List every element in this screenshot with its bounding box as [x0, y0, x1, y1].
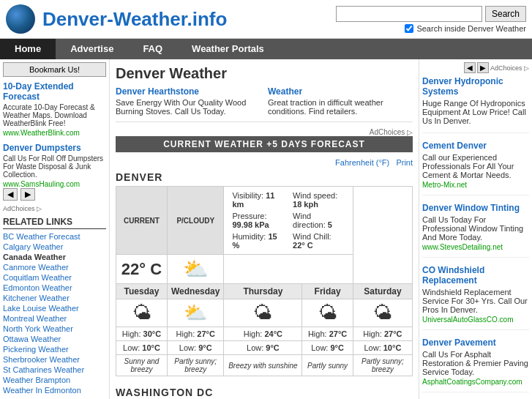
page-title: Denver Weather — [116, 65, 413, 82]
search-area: Search Search inside Denver Weather — [336, 6, 526, 33]
city-name-washington-dc: WASHINGTON DC — [116, 387, 413, 398]
day-header-friday: Friday — [302, 284, 353, 299]
weather-table-denver: CURRENT P/CLOUDY Visibility: 11 km Wind … — [116, 186, 413, 376]
visibility-label: Visibility: 11 km — [229, 190, 288, 209]
search-inside-row: Search inside Denver Weather — [405, 24, 526, 33]
next-ad-button[interactable]: ▶ — [20, 188, 35, 201]
ad-choices-right: ◀ ▶ AdChoices ▷ — [422, 62, 529, 73]
forecast-icon-wednesday: ⛅ — [168, 299, 224, 327]
site-title[interactable]: Denver-Weather.info — [42, 8, 227, 31]
right-ad-2: Denver Window Tinting Call Us Today For … — [422, 203, 529, 258]
nav-home[interactable]: Home — [0, 39, 56, 59]
fahrenheit-link[interactable]: Fahrenheit (°F) — [335, 158, 389, 167]
wind-speed-label: Wind speed: 18 kph — [290, 190, 348, 209]
related-link-4[interactable]: Coquitlam Weather — [3, 273, 106, 282]
right-ad-title-4[interactable]: Denver Pavement — [422, 338, 529, 348]
related-links-section: RELATED LINKS BC Weather ForecastCalgary… — [3, 217, 106, 395]
nav-advertise[interactable]: Advertise — [56, 39, 128, 59]
right-ad-1: Cement Denver Call our Experienced Profe… — [422, 141, 529, 195]
bookmark-button[interactable]: Bookmark Us! — [3, 62, 106, 77]
ad-choices-left-label: AdChoices ▷ — [3, 205, 106, 212]
top-ad-1-title[interactable]: Denver Hearthstone — [116, 86, 261, 97]
related-link-1[interactable]: Calgary Weather — [3, 242, 106, 251]
nav-weather-portals[interactable]: Weather Portals — [177, 39, 279, 59]
related-link-7[interactable]: Lake Louise Weather — [3, 304, 106, 313]
forecast-high-saturday: High: 27°C — [363, 329, 402, 338]
cities-container: DENVER CURRENT P/CLOUDY Visibility: 11 k… — [116, 171, 413, 399]
weather-section-washington-dc: WASHINGTON DC CURRENT M/CLEAR Visibility… — [116, 387, 413, 399]
search-button[interactable]: Search — [485, 6, 526, 22]
left-sidebar: Bookmark Us! 10-Day Extended Forecast Ac… — [0, 59, 110, 399]
right-ad-title-0[interactable]: Denver Hydroponic Systems — [422, 76, 529, 97]
search-inside-label: Search inside Denver Weather — [416, 24, 526, 33]
day-header-saturday: Saturday — [353, 284, 412, 299]
related-link-12[interactable]: Sherbrooker Weather — [3, 355, 106, 364]
top-ad-2: Weather Great traction in difficult weat… — [268, 86, 413, 116]
related-link-10[interactable]: Ottawa Weather — [3, 335, 106, 343]
related-link-15[interactable]: Weather In Edmonton — [3, 386, 106, 395]
related-link-9[interactable]: North York Weather — [3, 324, 106, 333]
globe-icon — [6, 4, 35, 34]
related-link-11[interactable]: Pickering Weather — [3, 345, 106, 354]
related-links-list: BC Weather ForecastCalgary WeatherCanada… — [3, 232, 106, 395]
forecast-low-wednesday: Low: 9°C — [179, 343, 212, 352]
nav-faq[interactable]: FAQ — [128, 39, 177, 59]
related-link-5[interactable]: Edmonton Weather — [3, 283, 106, 292]
top-ad-1: Denver Hearthstone Save Energy With Our … — [116, 86, 261, 116]
right-adchoices-label: AdChoices ▷ — [490, 64, 529, 72]
right-ad-0: Denver Hydroponic Systems Huge Range Of … — [422, 76, 529, 133]
top-ads: Denver Hearthstone Save Energy With Our … — [116, 86, 413, 122]
current-details-spacer — [224, 255, 353, 284]
right-ad-title-2[interactable]: Denver Window Tinting — [422, 203, 529, 213]
day-header-thursday: Thursday — [224, 284, 302, 299]
forecast-high-tuesday: High: 30°C — [122, 329, 161, 338]
related-link-8[interactable]: Montreal Weather — [3, 314, 106, 323]
right-ad-4: Denver Pavement Call Us For Asphalt Rest… — [422, 338, 529, 392]
right-ad-prev[interactable]: ◀ — [464, 62, 476, 73]
main-layout: Bookmark Us! 10-Day Extended Forecast Ac… — [0, 59, 532, 399]
right-ad-text-0: Huge Range Of Hydroponics Equipment At L… — [422, 99, 529, 125]
related-link-3[interactable]: Canmore Weather — [3, 263, 106, 272]
sidebar-ad-1-title: 10-Day Extended Forecast — [3, 81, 106, 102]
related-link-14[interactable]: Weather Brampton — [3, 376, 106, 384]
current-details: Visibility: 11 km Wind speed: 18 kph Pre… — [224, 187, 353, 255]
unit-switcher: Fahrenheit (°F) Print — [116, 158, 413, 167]
right-ad-text-1: Call our Experienced Professionals For A… — [422, 153, 529, 179]
day-header-wednesday: Wednesday — [168, 284, 224, 299]
search-inside-checkbox[interactable] — [405, 24, 413, 33]
forecast-condition-saturday: Partly sunny; breezy — [353, 355, 412, 376]
prev-ad-button[interactable]: ◀ — [3, 188, 18, 201]
condition-header: P/CLOUDY — [168, 187, 224, 255]
right-ad-url-3: UniversalAutoGlassCO.com — [422, 316, 529, 324]
search-input[interactable] — [336, 6, 482, 22]
sidebar-ad-2-url[interactable]: www.SamsHauling.com — [3, 180, 106, 188]
forecast-low-saturday: Low: 10°C — [364, 343, 401, 352]
wind-dir-label: Wind direction: 5 — [290, 211, 348, 230]
forecast-condition-tuesday: Sunny and breezy — [116, 355, 168, 376]
current-label: CURRENT — [116, 187, 168, 255]
right-ad-url-4: AsphaltCoatingsCompany.com — [422, 378, 529, 386]
related-link-13[interactable]: St Catharines Weather — [3, 365, 106, 374]
sidebar-ad-2: Denver Dumpsters Call Us For Roll Off Du… — [3, 143, 106, 188]
right-sidebar: ◀ ▶ AdChoices ▷ Denver Hydroponic System… — [419, 59, 532, 399]
humidity-label: Humidity: 15 % — [229, 231, 288, 250]
right-ad-next[interactable]: ▶ — [477, 62, 489, 73]
forecast-high-friday: High: 27°C — [308, 329, 347, 338]
sidebar-ad-1-url[interactable]: www.WeatherBlink.com — [3, 129, 106, 137]
day-header-tuesday: Tuesday — [116, 284, 168, 299]
right-ad-title-3[interactable]: CO Windshield Replacement — [422, 265, 529, 286]
forecast-condition-thursday: Breezy with sunshine — [224, 355, 302, 376]
forecast-icon-thursday: 🌤 — [224, 299, 302, 327]
related-link-2[interactable]: Canada Weather — [3, 253, 106, 261]
forecast-high-wednesday: High: 27°C — [176, 329, 215, 338]
right-ad-url-2: www.StevesDetailing.net — [422, 243, 529, 251]
print-link[interactable]: Print — [396, 158, 413, 167]
right-ad-title-1[interactable]: Cement Denver — [422, 141, 529, 151]
related-link-0[interactable]: BC Weather Forecast — [3, 232, 106, 241]
top-ad-2-title[interactable]: Weather — [268, 86, 413, 97]
forecast-icon-tuesday: 🌤 — [116, 299, 168, 327]
sidebar-ad-1-text: Accurate 10-Day Forecast & Weather Maps.… — [3, 103, 106, 127]
related-link-6[interactable]: Kitchener Weather — [3, 294, 106, 302]
forecast-low-tuesday: Low: 10°C — [123, 343, 160, 352]
sidebar-ad-1: 10-Day Extended Forecast Accurate 10-Day… — [3, 81, 106, 137]
